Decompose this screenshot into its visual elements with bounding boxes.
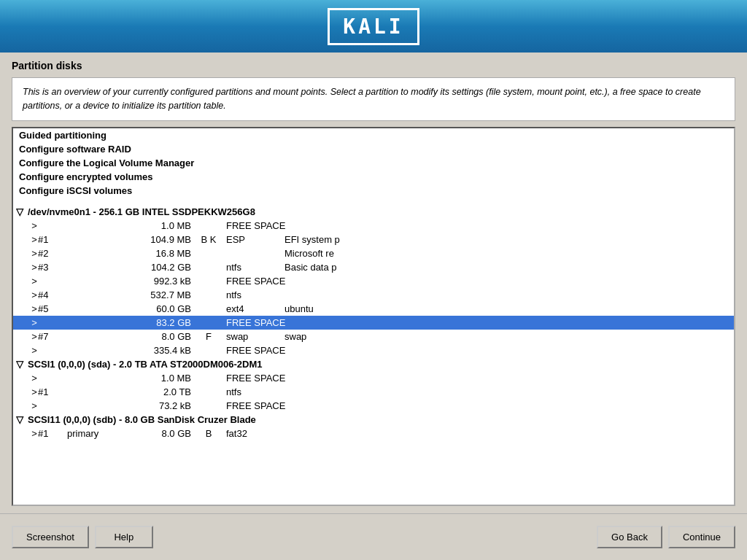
description-box: This is an overview of your currently co… (12, 77, 735, 121)
header: KALI (0, 0, 747, 52)
menu-item[interactable]: Guided partitioning (13, 128, 734, 142)
go-back-button[interactable]: Go Back (597, 526, 662, 548)
partition-row[interactable]: >#12.0 TBntfs (13, 385, 734, 399)
partition-row[interactable]: >#4532.7 MBntfs (13, 288, 734, 302)
partition-row[interactable]: >73.2 kBFREE SPACE (13, 399, 734, 413)
menu-item[interactable]: Configure iSCSI volumes (13, 184, 734, 198)
partition-row[interactable]: >335.4 kBFREE SPACE (13, 343, 734, 357)
list-spacer (13, 198, 734, 205)
partition-row[interactable]: >83.2 GBFREE SPACE (13, 316, 734, 330)
kali-logo: KALI (328, 8, 419, 45)
partition-row[interactable]: >1.0 MBFREE SPACE (13, 371, 734, 385)
footer-right: Go Back Continue (597, 526, 735, 548)
device-header[interactable]: ▽/dev/nvme0n1 - 256.1 GB INTEL SSDPEKKW2… (13, 205, 734, 219)
menu-item[interactable]: Configure software RAID (13, 142, 734, 156)
screenshot-button[interactable]: Screenshot (12, 526, 89, 548)
partition-list-container: Guided partitioningConfigure software RA… (12, 127, 735, 507)
menu-item[interactable]: Configure the Logical Volume Manager (13, 156, 734, 170)
page-title: Partition disks (12, 60, 735, 71)
footer-left: Screenshot Help (12, 526, 153, 548)
partition-row[interactable]: >#1104.9 MBB KESPEFI system p (13, 233, 734, 246)
footer: Screenshot Help Go Back Continue (0, 513, 747, 560)
partition-row[interactable]: >#78.0 GBFswapswap (13, 330, 734, 343)
help-button[interactable]: Help (95, 526, 153, 548)
partition-row[interactable]: >#560.0 GBext4ubuntu (13, 302, 734, 316)
device-header[interactable]: ▽SCSI1 (0,0,0) (sda) - 2.0 TB ATA ST2000… (13, 357, 734, 371)
partition-row[interactable]: >#216.8 MBMicrosoft re (13, 246, 734, 260)
main-content: Partition disks This is an overview of y… (0, 52, 747, 513)
partition-row[interactable]: >1.0 MBFREE SPACE (13, 219, 734, 233)
partition-list-scroll[interactable]: Guided partitioningConfigure software RA… (13, 128, 734, 505)
continue-button[interactable]: Continue (668, 526, 735, 548)
partition-row[interactable]: >#1primary8.0 GBBfat32 (13, 427, 734, 440)
menu-item[interactable]: Configure encrypted volumes (13, 170, 734, 184)
partition-row[interactable]: >992.3 kBFREE SPACE (13, 274, 734, 288)
partition-row[interactable]: >#3104.2 GBntfsBasic data p (13, 260, 734, 274)
device-header[interactable]: ▽SCSI11 (0,0,0) (sdb) - 8.0 GB SanDisk C… (13, 413, 734, 427)
